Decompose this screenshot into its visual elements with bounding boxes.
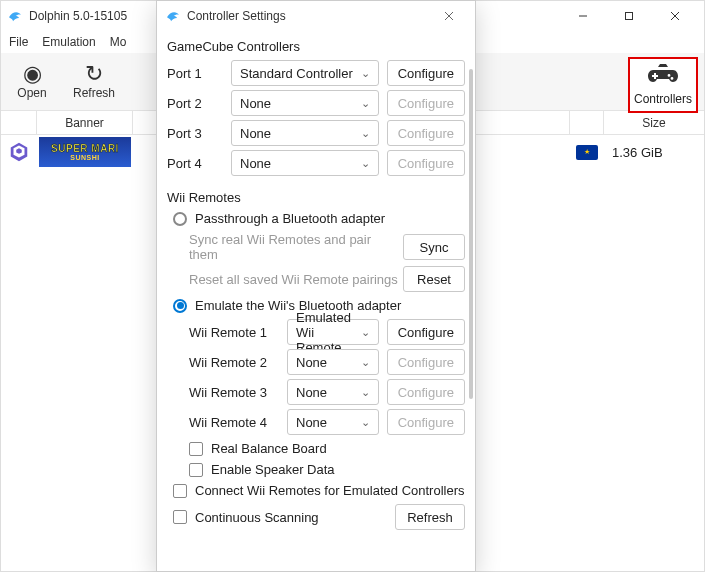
gc-port3-label: Port 3 xyxy=(167,126,223,141)
radio-icon xyxy=(173,212,187,226)
banner-cell: SUPER MARI SUNSHI xyxy=(37,135,133,169)
radio-icon xyxy=(173,299,187,313)
wiimote2-label: Wii Remote 2 xyxy=(189,355,279,370)
reset-button[interactable]: Reset xyxy=(403,266,465,292)
wiimote2-select[interactable]: None⌄ xyxy=(287,349,379,375)
dolphin-icon xyxy=(165,8,181,24)
continuous-scan-label: Continuous Scanning xyxy=(195,510,319,525)
gamecube-icon xyxy=(8,141,30,163)
gc-port4-label: Port 4 xyxy=(167,156,223,171)
main-window-title: Dolphin 5.0-15105 xyxy=(29,9,127,23)
wiimote-row: Wii Remote 3 None⌄ Configure xyxy=(189,379,465,405)
gc-port3-select[interactable]: None⌄ xyxy=(231,120,379,146)
gc-port2-select[interactable]: None⌄ xyxy=(231,90,379,116)
wiimote-row: Wii Remote 2 None⌄ Configure xyxy=(189,349,465,375)
close-button[interactable] xyxy=(652,1,698,31)
region-cell xyxy=(570,135,604,169)
connect-wiimotes-check-row[interactable]: Connect Wii Remotes for Emulated Control… xyxy=(173,483,465,498)
wiimote-refresh-button[interactable]: Refresh xyxy=(395,504,465,530)
gamepad-icon xyxy=(647,64,679,90)
game-banner: SUPER MARI SUNSHI xyxy=(39,137,131,167)
svg-rect-1 xyxy=(626,13,633,20)
wiimote-row: Wii Remote 4 None⌄ Configure xyxy=(189,409,465,435)
wiimote1-configure-button[interactable]: Configure xyxy=(387,319,465,345)
size-cell: 1.36 GiB xyxy=(604,135,704,169)
dialog-body: GameCube Controllers Port 1 Standard Con… xyxy=(157,31,475,571)
col-size[interactable]: Size xyxy=(604,111,704,134)
checkbox-icon xyxy=(173,510,187,524)
wiimote3-configure-button: Configure xyxy=(387,379,465,405)
gc-port2-configure-button: Configure xyxy=(387,90,465,116)
refresh-button[interactable]: ↻ Refresh xyxy=(63,53,125,110)
gc-port-row: Port 4 None⌄ Configure xyxy=(167,150,465,176)
window-controls xyxy=(560,1,698,31)
sync-row: Sync real Wii Remotes and pair them Sync xyxy=(189,232,465,262)
controller-settings-dialog: Controller Settings GameCube Controllers… xyxy=(156,0,476,572)
wiimote3-select[interactable]: None⌄ xyxy=(287,379,379,405)
chevron-down-icon: ⌄ xyxy=(361,97,370,110)
close-icon xyxy=(670,11,680,21)
chevron-down-icon: ⌄ xyxy=(361,157,370,170)
speaker-data-check-row[interactable]: Enable Speaker Data xyxy=(189,462,465,477)
continuous-scan-row: Continuous Scanning Refresh xyxy=(173,504,465,530)
gc-port1-label: Port 1 xyxy=(167,66,223,81)
menu-emulation[interactable]: Emulation xyxy=(42,35,95,49)
gc-port-row: Port 2 None⌄ Configure xyxy=(167,90,465,116)
passthrough-radio-row[interactable]: Passthrough a Bluetooth adapter xyxy=(173,211,465,226)
refresh-label: Refresh xyxy=(73,86,115,100)
col-banner[interactable]: Banner xyxy=(37,111,133,134)
maximize-button[interactable] xyxy=(606,1,652,31)
col-platform[interactable] xyxy=(1,111,37,134)
maximize-icon xyxy=(624,11,634,21)
chevron-down-icon: ⌄ xyxy=(361,127,370,140)
balance-board-label: Real Balance Board xyxy=(211,441,327,456)
wiimote-row: Wii Remote 1 Emulated Wii Remote⌄ Config… xyxy=(189,319,465,345)
menu-movie-truncated[interactable]: Mo xyxy=(110,35,127,49)
controllers-button[interactable]: Controllers xyxy=(628,57,698,113)
gc-port4-configure-button: Configure xyxy=(387,150,465,176)
wiimote3-label: Wii Remote 3 xyxy=(189,385,279,400)
reset-row: Reset all saved Wii Remote pairings Rese… xyxy=(189,266,465,292)
wiimote4-configure-button: Configure xyxy=(387,409,465,435)
wii-section-title: Wii Remotes xyxy=(167,190,465,205)
disc-icon: ◉ xyxy=(23,63,42,85)
gc-port-row: Port 1 Standard Controller⌄ Configure xyxy=(167,60,465,86)
wiimote4-label: Wii Remote 4 xyxy=(189,415,279,430)
controllers-button-wrap: Controllers xyxy=(628,53,704,110)
dolphin-icon xyxy=(7,8,23,24)
dialog-title: Controller Settings xyxy=(187,9,286,23)
chevron-down-icon: ⌄ xyxy=(361,67,370,80)
open-button[interactable]: ◉ Open xyxy=(1,53,63,110)
gc-port2-label: Port 2 xyxy=(167,96,223,111)
col-region[interactable] xyxy=(570,111,604,134)
checkbox-icon xyxy=(189,442,203,456)
refresh-icon: ↻ xyxy=(85,63,103,85)
dialog-close-button[interactable] xyxy=(431,1,467,31)
minimize-button[interactable] xyxy=(560,1,606,31)
wiimote1-select[interactable]: Emulated Wii Remote⌄ xyxy=(287,319,379,345)
gc-port4-select[interactable]: None⌄ xyxy=(231,150,379,176)
eu-flag-icon xyxy=(576,145,598,160)
reset-desc: Reset all saved Wii Remote pairings xyxy=(189,272,398,287)
scrollbar-thumb[interactable] xyxy=(469,69,473,399)
checkbox-icon xyxy=(189,463,203,477)
gc-port1-configure-button[interactable]: Configure xyxy=(387,60,465,86)
chevron-down-icon: ⌄ xyxy=(361,326,370,339)
speaker-data-label: Enable Speaker Data xyxy=(211,462,335,477)
checkbox-icon xyxy=(173,484,187,498)
wiimote2-configure-button: Configure xyxy=(387,349,465,375)
gc-port1-select[interactable]: Standard Controller⌄ xyxy=(231,60,379,86)
continuous-scan-check-row[interactable]: Continuous Scanning xyxy=(173,510,319,525)
gc-port-row: Port 3 None⌄ Configure xyxy=(167,120,465,146)
wiimote4-select[interactable]: None⌄ xyxy=(287,409,379,435)
menu-file[interactable]: File xyxy=(9,35,28,49)
chevron-down-icon: ⌄ xyxy=(361,416,370,429)
minimize-icon xyxy=(578,11,588,21)
close-icon xyxy=(444,11,454,21)
balance-board-check-row[interactable]: Real Balance Board xyxy=(189,441,465,456)
wiimote1-label: Wii Remote 1 xyxy=(189,325,279,340)
passthrough-radio-label: Passthrough a Bluetooth adapter xyxy=(195,211,385,226)
open-label: Open xyxy=(17,86,46,100)
sync-button[interactable]: Sync xyxy=(403,234,465,260)
controllers-label: Controllers xyxy=(634,92,692,106)
